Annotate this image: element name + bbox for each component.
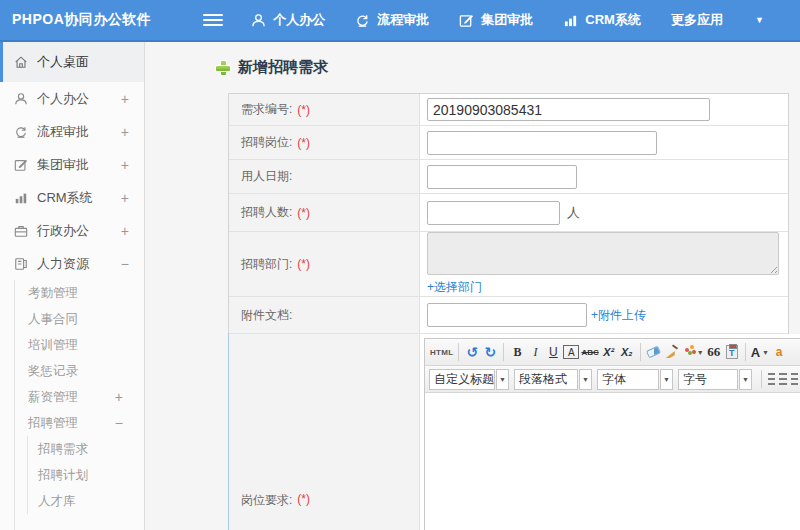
required-mark: (*) <box>297 103 310 117</box>
sidebar-item-admin-office[interactable]: 行政办公 + <box>0 214 144 247</box>
align-left-icon[interactable] <box>768 373 775 385</box>
html-source-button[interactable]: HTML <box>430 342 453 362</box>
home-icon <box>14 55 28 69</box>
workflow-icon <box>355 13 370 28</box>
font-size-select[interactable]: 字号 ▼ <box>678 369 752 390</box>
sidebar-item-attendance[interactable]: 考勤管理 <box>15 280 144 306</box>
blockquote-button[interactable]: 66 <box>706 342 722 362</box>
position-input[interactable] <box>427 131 657 155</box>
more-apps-caret-icon[interactable]: ▼ <box>755 15 764 25</box>
select-department-link[interactable]: +选择部门 <box>427 279 482 296</box>
upload-attachment-link[interactable]: +附件上传 <box>591 307 646 324</box>
sidebar-item-workflow-approval[interactable]: 流程审批 + <box>0 115 144 148</box>
sidebar-item-hr-contract[interactable]: 人事合同 <box>15 306 144 332</box>
expand-icon[interactable]: + <box>121 157 129 173</box>
bar-chart-icon <box>14 191 28 205</box>
department-textarea[interactable] <box>427 232 779 275</box>
italic-button[interactable]: I <box>527 342 543 362</box>
field-label: 岗位要求: <box>241 492 292 509</box>
superscript-button[interactable]: X² <box>601 342 617 362</box>
workflow-icon <box>14 125 28 139</box>
field-label: 用人日期: <box>241 168 292 185</box>
form-row-position: 招聘岗位: (*) <box>229 126 788 160</box>
chevron-down-icon: ▼ <box>496 369 509 390</box>
menu-workflow-approval[interactable]: 流程审批 <box>355 11 429 29</box>
sidebar: 个人桌面 个人办公 + 流程审批 + 集团审批 + CRM系统 + 行政办公 +… <box>0 42 145 530</box>
font-color-button[interactable]: A▼ <box>751 342 769 362</box>
edit-icon <box>14 158 28 172</box>
sidebar-item-salary[interactable]: 薪资管理 + <box>15 384 144 410</box>
required-mark: (*) <box>297 206 310 220</box>
collapse-icon[interactable]: − <box>115 415 123 431</box>
hamburger-menu-icon[interactable] <box>203 11 223 29</box>
sidebar-item-recruit-demand[interactable]: 招聘需求 <box>28 436 144 462</box>
page-title: 新增招聘需求 <box>216 58 328 77</box>
field-label: 招聘岗位: <box>241 134 292 151</box>
expand-icon[interactable]: + <box>121 190 129 206</box>
custom-title-select[interactable]: 自定义标题 ▼ <box>429 369 509 390</box>
field-label: 附件文档: <box>241 307 292 324</box>
form-row-department: 招聘部门: (*) +选择部门 <box>229 232 788 297</box>
headcount-input[interactable] <box>427 201 560 225</box>
demand-no-input[interactable] <box>427 98 710 121</box>
redo-icon[interactable]: ↻ <box>482 342 498 362</box>
format-brush-icon[interactable] <box>664 342 680 362</box>
sidebar-item-recruit-plan[interactable]: 招聘计划 <box>28 462 144 488</box>
chevron-down-icon: ▼ <box>579 369 592 390</box>
briefcase-icon <box>14 224 28 238</box>
recruit-demand-form: 需求编号: (*) 招聘岗位: (*) 用人日期: <box>228 93 789 530</box>
editor-toolbar-row1: HTML ↺ ↻ B I U A ABC X² X₂ <box>425 339 800 366</box>
subscript-button[interactable]: X₂ <box>619 342 635 362</box>
person-icon <box>14 92 28 106</box>
eraser-icon[interactable] <box>646 342 662 362</box>
strikethrough-button[interactable]: ABC <box>581 342 598 362</box>
rich-text-editor: HTML ↺ ↻ B I U A ABC X² X₂ <box>424 338 800 530</box>
required-mark: (*) <box>297 136 310 150</box>
color-palette-icon[interactable]: ▼ <box>682 342 704 362</box>
paste-from-word-icon[interactable] <box>724 342 740 362</box>
sidebar-item-recruitment[interactable]: 招聘管理 − <box>15 410 144 436</box>
required-mark: (*) <box>297 257 310 271</box>
sidebar-item-personal-office[interactable]: 个人办公 + <box>0 82 144 115</box>
expand-icon[interactable]: + <box>121 223 129 239</box>
menu-crm-system[interactable]: CRM系统 <box>563 11 641 29</box>
expand-icon[interactable]: + <box>121 91 129 107</box>
expand-icon[interactable]: + <box>115 389 123 405</box>
sidebar-item-hr[interactable]: 人力资源 − <box>0 247 144 280</box>
expand-icon[interactable]: + <box>121 124 129 140</box>
form-row-requirements: 岗位要求: (*) HTML ↺ ↻ B I U A ABC <box>229 334 788 530</box>
align-right-icon[interactable] <box>791 373 798 385</box>
editor-content-area[interactable] <box>425 393 800 530</box>
sidebar-item-crm[interactable]: CRM系统 + <box>0 181 144 214</box>
undo-icon[interactable]: ↺ <box>464 342 480 362</box>
menu-more-apps[interactable]: 更多应用 <box>671 11 723 29</box>
app-logo: PHPOA协同办公软件 <box>12 11 151 29</box>
form-row-attachment: 附件文档: +附件上传 <box>229 297 788 334</box>
form-row-demand-no: 需求编号: (*) <box>229 94 788 126</box>
green-plus-icon <box>216 61 230 75</box>
background-color-button[interactable]: a <box>771 342 787 362</box>
sidebar-item-desktop[interactable]: 个人桌面 <box>0 42 144 82</box>
form-row-hire-date: 用人日期: <box>229 160 788 194</box>
font-family-select[interactable]: 字体 ▼ <box>597 369 673 390</box>
sidebar-item-rewards[interactable]: 奖惩记录 <box>15 358 144 384</box>
sidebar-item-group-approval[interactable]: 集团审批 + <box>0 148 144 181</box>
bold-button[interactable]: B <box>509 342 525 362</box>
underline-button[interactable]: U <box>545 342 561 362</box>
form-row-headcount: 招聘人数: (*) 人 <box>229 194 788 232</box>
hire-date-input[interactable] <box>427 165 577 189</box>
sidebar-item-talent-pool[interactable]: 人才库 <box>28 488 144 514</box>
menu-group-approval[interactable]: 集团审批 <box>459 11 533 29</box>
paragraph-format-select[interactable]: 段落格式 ▼ <box>514 369 592 390</box>
attachment-input[interactable] <box>427 303 587 327</box>
menu-personal-office[interactable]: 个人办公 <box>251 11 325 29</box>
field-label: 需求编号: <box>241 101 292 118</box>
sidebar-item-training[interactable]: 培训管理 <box>15 332 144 358</box>
required-mark: (*) <box>297 492 310 506</box>
align-center-icon[interactable] <box>779 373 786 385</box>
font-style-button[interactable]: A <box>563 345 579 359</box>
header-menu: 个人办公 流程审批 集团审批 CRM系统 更多应用 ▼ <box>251 11 794 29</box>
chevron-down-icon: ▼ <box>660 369 673 390</box>
collapse-icon[interactable]: − <box>121 256 129 272</box>
resize-handle[interactable] <box>768 264 777 273</box>
